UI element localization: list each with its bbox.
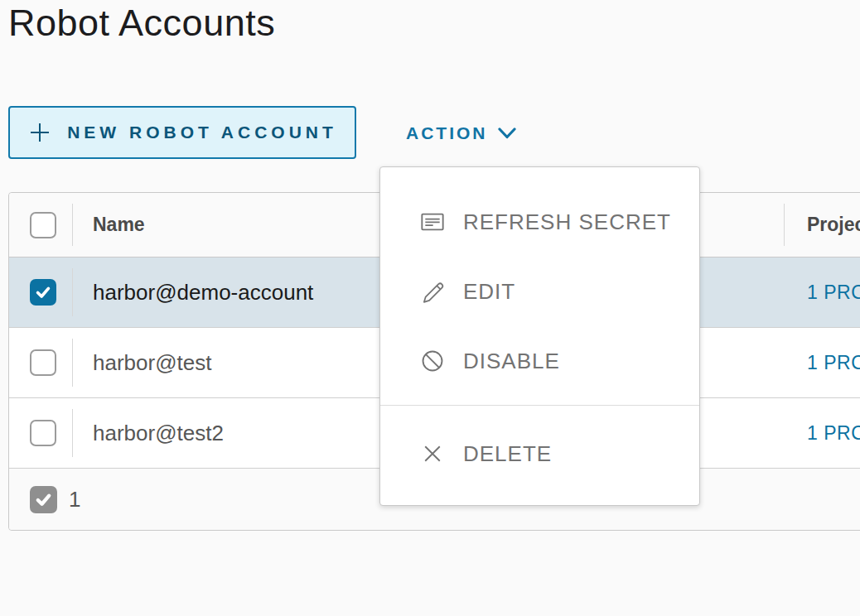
footer-selected-checkbox[interactable]: [30, 486, 57, 513]
menu-item-label: REFRESH SECRET: [463, 209, 671, 235]
row-checkbox[interactable]: [30, 279, 56, 306]
plus-icon: [27, 120, 52, 145]
action-dropdown-menu: REFRESH SECRET EDIT DISABLE DELETE: [379, 166, 700, 506]
column-divider: [72, 268, 73, 316]
column-header-projects[interactable]: Projects: [784, 214, 860, 236]
chevron-down-icon: [498, 128, 516, 140]
select-all-checkbox[interactable]: [30, 212, 56, 238]
menu-item-edit[interactable]: EDIT: [380, 257, 699, 326]
action-dropdown-button[interactable]: ACTION: [401, 114, 521, 152]
menu-item-delete[interactable]: DELETE: [380, 419, 699, 488]
column-divider: [72, 409, 73, 457]
menu-item-label: EDIT: [463, 279, 515, 305]
projects-link[interactable]: 1 PROJECT: [807, 282, 860, 303]
new-robot-account-button[interactable]: NEW ROBOT ACCOUNT: [8, 106, 356, 159]
menu-item-disable[interactable]: DISABLE: [380, 326, 699, 396]
row-checkbox[interactable]: [30, 349, 56, 376]
action-label: ACTION: [406, 123, 488, 143]
pencil-icon: [419, 278, 446, 305]
menu-item-label: DISABLE: [463, 349, 560, 374]
menu-item-label: DELETE: [463, 441, 552, 467]
projects-link[interactable]: 1 PROJECT: [807, 352, 860, 373]
menu-divider: [380, 405, 699, 406]
row-checkbox[interactable]: [30, 420, 56, 446]
ban-icon: [419, 348, 446, 374]
column-divider: [72, 204, 73, 246]
menu-item-refresh-secret[interactable]: REFRESH SECRET: [380, 187, 699, 257]
column-divider: [72, 339, 73, 387]
projects-link[interactable]: 1 PROJECT: [807, 422, 860, 444]
column-divider: [784, 204, 785, 246]
new-robot-account-label: NEW ROBOT ACCOUNT: [67, 123, 337, 142]
selected-count: 1: [69, 487, 80, 513]
x-icon: [419, 440, 446, 467]
note-icon: [419, 209, 446, 235]
page-title: Robot Accounts: [8, 2, 275, 45]
